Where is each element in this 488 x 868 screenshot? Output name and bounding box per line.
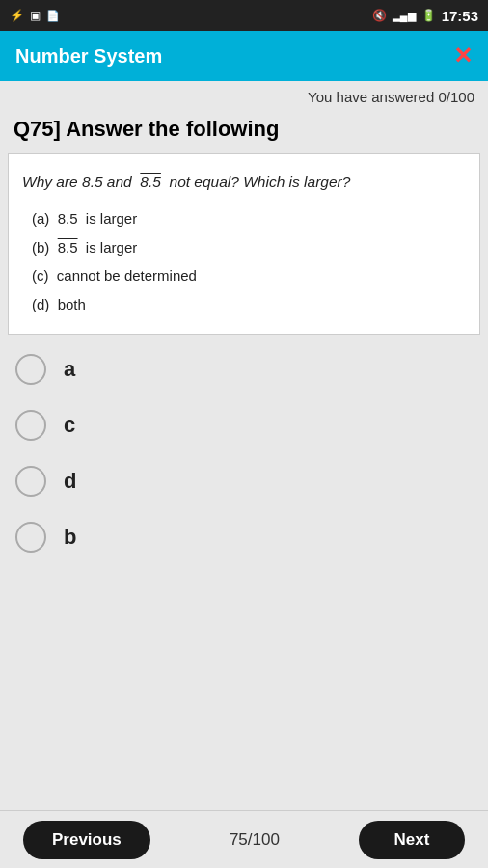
mute-icon: 🔇: [372, 9, 387, 22]
status-left-icons: ⚡ ▣ 📄: [10, 9, 60, 22]
option-b: (b) 8.5 is larger: [22, 233, 466, 262]
answer-label-d: d: [64, 469, 76, 494]
next-button[interactable]: Next: [359, 821, 465, 859]
option-d: (d) both: [22, 290, 466, 319]
signal-icon: ▂▄▆: [393, 10, 416, 22]
previous-button[interactable]: Previous: [23, 821, 150, 859]
status-time: 17:53: [442, 8, 478, 24]
option-a: (a) 8.5 is larger: [22, 204, 466, 233]
answer-option-c[interactable]: c: [15, 410, 473, 441]
answer-label-b: b: [64, 525, 76, 550]
question-card: Why are 8.5 and 8.5 not equal? Which is …: [8, 153, 480, 335]
title-bar: Number System ✕: [0, 31, 488, 81]
answer-label-c: c: [64, 413, 75, 438]
sim-icon: ▣: [30, 9, 41, 22]
answer-label-a: a: [64, 357, 75, 382]
progress-text: You have answered 0/100: [0, 81, 488, 109]
bottom-nav: Previous 75/100 Next: [0, 810, 488, 868]
usb-icon: ⚡: [10, 9, 24, 22]
close-icon[interactable]: ✕: [453, 42, 473, 69]
doc-icon: 📄: [46, 10, 60, 22]
radio-c[interactable]: [15, 410, 46, 441]
page-indicator: 75/100: [230, 830, 280, 850]
status-right-icons: 🔇 ▂▄▆ 🔋 17:53: [372, 8, 478, 24]
radio-d[interactable]: [15, 466, 46, 497]
option-c: (c) cannot be determined: [22, 261, 466, 290]
answer-option-b[interactable]: b: [15, 522, 473, 553]
status-bar: ⚡ ▣ 📄 🔇 ▂▄▆ 🔋 17:53: [0, 0, 488, 31]
battery-icon: 🔋: [421, 9, 436, 22]
radio-b[interactable]: [15, 522, 46, 553]
radio-a[interactable]: [15, 354, 46, 385]
app-title: Number System: [15, 45, 162, 68]
question-header: Q75] Answer the following: [0, 109, 488, 153]
question-text: Why are 8.5 and 8.5 not equal? Which is …: [22, 170, 466, 195]
answer-option-a[interactable]: a: [15, 354, 473, 385]
answers-section: a c d b: [0, 335, 488, 597]
answer-option-d[interactable]: d: [15, 466, 473, 497]
